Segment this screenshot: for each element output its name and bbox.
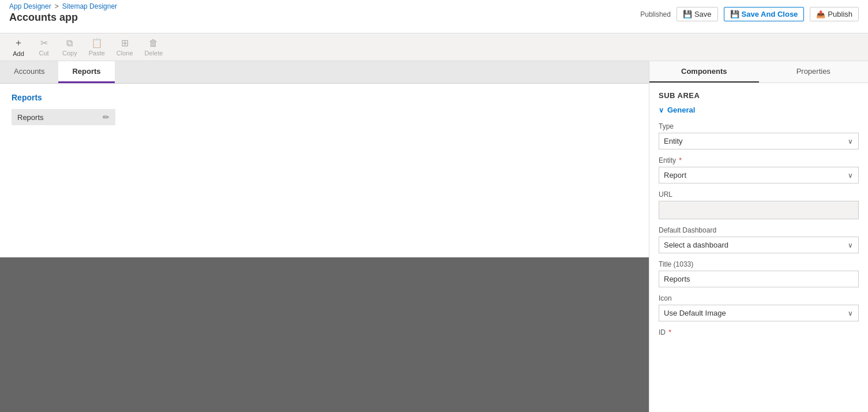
tab-reports[interactable]: Reports xyxy=(58,61,114,83)
publish-icon: 📤 xyxy=(816,10,825,18)
publish-label: Publish xyxy=(828,10,852,18)
paste-icon: 📋 xyxy=(91,38,103,48)
cut-icon: ✂ xyxy=(40,38,48,48)
top-bar-left: App Designer > Sitemap Designer Accounts… xyxy=(9,2,117,24)
id-label: ID * xyxy=(659,328,859,336)
title-input[interactable] xyxy=(659,271,859,287)
icon-label: Icon xyxy=(659,294,859,302)
clone-label: Clone xyxy=(117,50,133,57)
dashboard-select[interactable]: Select a dashboard xyxy=(659,237,859,253)
main-layout: Accounts Reports Reports Reports ✏ Compo… xyxy=(0,61,868,412)
canvas-gray-area xyxy=(0,257,649,413)
chevron-down-icon: ∨ xyxy=(659,106,664,114)
save-button[interactable]: 💾 Save xyxy=(677,7,718,21)
top-bar-right: Published 💾 Save 💾 Save And Close 📤 Publ… xyxy=(640,2,859,21)
title-label: Title (1033) xyxy=(659,260,859,268)
publish-button[interactable]: 📤 Publish xyxy=(810,7,859,21)
save-and-close-label: Save And Close xyxy=(742,10,798,18)
entity-select[interactable]: Report xyxy=(659,167,859,183)
subarea-item-label: Reports xyxy=(17,113,44,122)
breadcrumb: App Designer > Sitemap Designer xyxy=(9,2,117,10)
entity-required-mark: * xyxy=(679,156,682,164)
copy-label: Copy xyxy=(62,50,77,57)
panel-tabs: Components Properties xyxy=(649,61,868,83)
app-title: Accounts app xyxy=(9,12,117,24)
general-section-header[interactable]: ∨ General xyxy=(659,106,859,114)
delete-button[interactable]: 🗑 Delete xyxy=(140,36,168,59)
entity-label: Entity * xyxy=(659,156,859,164)
type-select-wrapper: Entity ∨ xyxy=(659,133,859,149)
edit-icon[interactable]: ✏ xyxy=(103,113,110,122)
icon-select[interactable]: Use Default Image xyxy=(659,305,859,321)
add-button[interactable]: ＋ Add xyxy=(7,35,30,59)
toolbar: ＋ Add ✂ Cut ⧉ Copy 📋 Paste ⊞ Clone 🗑 Del… xyxy=(0,33,868,61)
type-label: Type xyxy=(659,122,859,130)
icon-select-wrapper: Use Default Image ∨ xyxy=(659,305,859,321)
save-and-close-button[interactable]: 💾 Save And Close xyxy=(724,7,805,21)
group-header: Reports xyxy=(12,93,637,102)
canvas-content: Reports Reports ✏ xyxy=(0,84,649,257)
type-select[interactable]: Entity xyxy=(659,133,859,149)
breadcrumb-sitemap-designer[interactable]: Sitemap Designer xyxy=(62,2,117,10)
url-input-disabled xyxy=(659,201,859,219)
published-label: Published xyxy=(640,10,671,18)
breadcrumb-sep: > xyxy=(55,2,59,10)
breadcrumb-app-designer[interactable]: App Designer xyxy=(9,2,51,10)
subarea-item[interactable]: Reports ✏ xyxy=(12,109,115,125)
save-icon: 💾 xyxy=(683,10,692,18)
url-label: URL xyxy=(659,190,859,198)
canvas-area: Accounts Reports Reports Reports ✏ xyxy=(0,61,649,412)
save-label: Save xyxy=(694,10,712,18)
default-dashboard-label: Default Dashboard xyxy=(659,226,859,234)
cut-label: Cut xyxy=(39,50,48,57)
clone-button[interactable]: ⊞ Clone xyxy=(112,35,138,59)
save-close-icon: 💾 xyxy=(730,10,739,18)
copy-button[interactable]: ⧉ Copy xyxy=(58,36,82,59)
right-panel: Components Properties SUB AREA ∨ General… xyxy=(649,61,868,412)
tab-accounts[interactable]: Accounts xyxy=(0,61,58,83)
delete-label: Delete xyxy=(145,50,163,57)
panel-tab-properties[interactable]: Properties xyxy=(759,61,869,83)
panel-tab-components[interactable]: Components xyxy=(649,61,759,83)
top-bar: App Designer > Sitemap Designer Accounts… xyxy=(0,0,868,33)
panel-body: SUB AREA ∨ General Type Entity ∨ Entity … xyxy=(649,83,868,347)
add-label: Add xyxy=(13,50,24,57)
entity-select-wrapper: Report ∨ xyxy=(659,167,859,183)
general-label: General xyxy=(667,106,695,114)
id-required-mark: * xyxy=(668,328,671,336)
cut-button[interactable]: ✂ Cut xyxy=(32,35,55,59)
tab-bar: Accounts Reports xyxy=(0,61,649,84)
paste-button[interactable]: 📋 Paste xyxy=(84,35,110,59)
add-icon: ＋ xyxy=(14,37,23,49)
panel-section-title: SUB AREA xyxy=(659,91,859,100)
clone-icon: ⊞ xyxy=(121,38,129,48)
dashboard-select-wrapper: Select a dashboard ∨ xyxy=(659,237,859,253)
delete-icon: 🗑 xyxy=(149,38,158,48)
paste-label: Paste xyxy=(89,50,105,57)
copy-icon: ⧉ xyxy=(66,38,73,48)
